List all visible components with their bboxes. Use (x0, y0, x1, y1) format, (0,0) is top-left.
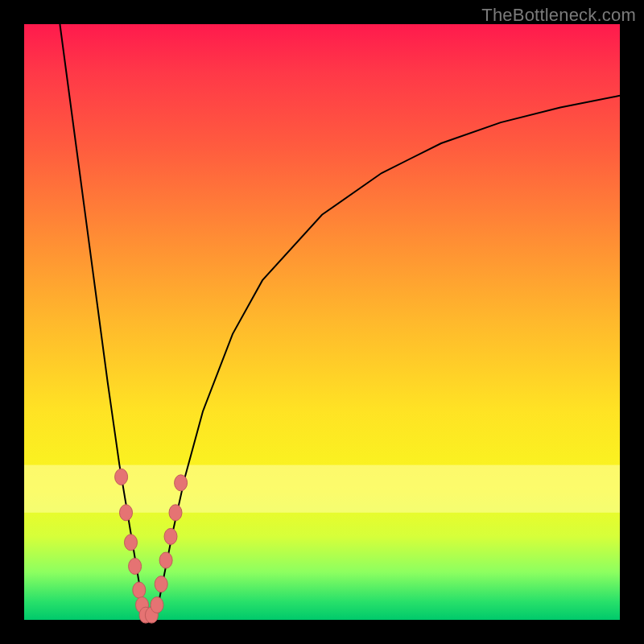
data-marker (175, 475, 188, 491)
data-marker (164, 528, 177, 544)
data-marker (120, 505, 133, 521)
watermark-text: TheBottleneck.com (481, 5, 636, 26)
curve-left (60, 24, 146, 620)
data-marker (151, 597, 163, 613)
data-marker (169, 505, 182, 521)
highlight-band (24, 465, 620, 513)
data-marker (125, 535, 138, 551)
curve-layer (24, 24, 620, 620)
band-layer (24, 465, 620, 513)
chart-frame: TheBottleneck.com (0, 0, 644, 644)
curve-right (155, 96, 620, 620)
data-marker (129, 558, 142, 574)
data-marker (159, 552, 172, 568)
plot-area (24, 24, 620, 620)
data-marker (115, 469, 128, 485)
data-marker (133, 582, 146, 598)
data-marker (155, 576, 167, 592)
